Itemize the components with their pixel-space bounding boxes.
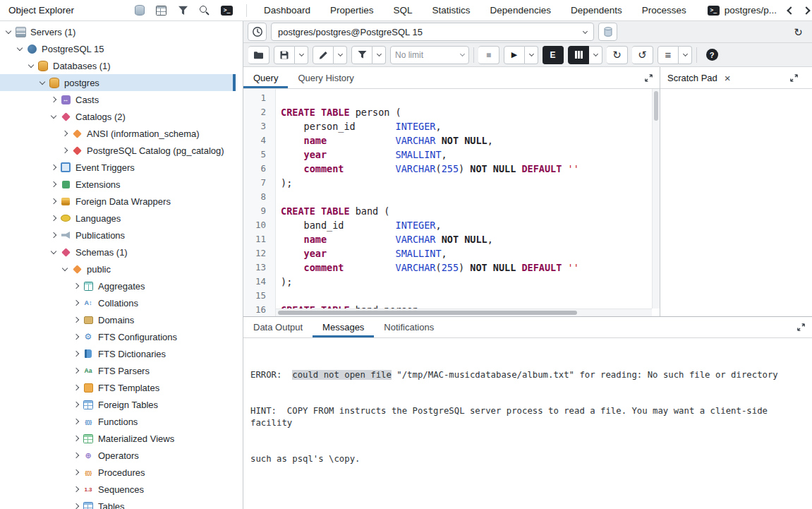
caret-icon[interactable] (59, 268, 70, 270)
tree-item-sequences[interactable]: Sequences (0, 481, 236, 498)
sql-editor[interactable]: 12345678910111213141516 CREATE TABLE per… (243, 89, 660, 316)
caret-icon[interactable] (48, 233, 59, 237)
caret-icon[interactable] (48, 216, 59, 220)
tree-item-postgresql-15[interactable]: PostgreSQL 15 (0, 40, 236, 57)
macros-button[interactable]: ≡ (658, 46, 679, 64)
caret-icon[interactable] (71, 419, 81, 424)
tree-item-publications[interactable]: Publications (0, 227, 236, 244)
code-area[interactable]: CREATE TABLE person ( person_id INTEGER,… (276, 89, 660, 316)
connection-select[interactable]: postgres/postgres@PostgreSQL 15 (271, 23, 594, 41)
tree-item-postgresql-catalog-pg-catalog[interactable]: PostgreSQL Catalog (pg_catalog) (0, 142, 236, 159)
caret-icon[interactable] (48, 97, 59, 102)
code-line[interactable] (281, 289, 660, 303)
code-line[interactable]: comment VARCHAR(255) NOT NULL DEFAULT '' (281, 162, 660, 176)
filter-button[interactable] (174, 2, 193, 19)
query-tool-tab[interactable]: >_ postgres/p... (696, 0, 784, 20)
save-button[interactable] (274, 46, 295, 64)
caret-icon[interactable] (37, 81, 47, 84)
search-button[interactable] (195, 2, 214, 19)
code-line[interactable]: band_id INTEGER, (281, 218, 660, 232)
tree-item-languages[interactable]: Languages (0, 210, 236, 227)
tree-item-catalogs-2[interactable]: Catalogs (2) (0, 108, 236, 125)
rollback-button[interactable]: ↺ (632, 46, 653, 64)
connection-status-button[interactable] (248, 23, 267, 41)
stop-button[interactable]: ■ (478, 46, 499, 64)
tab-query-history[interactable]: Query History (288, 67, 363, 88)
save-menu-button[interactable] (295, 46, 308, 64)
output-tab-data-output[interactable]: Data Output (243, 317, 313, 337)
explain-menu-button[interactable] (589, 46, 602, 64)
code-line[interactable]: CREATE TABLE band ( (281, 204, 660, 218)
tab-dependencies[interactable]: Dependencies (480, 0, 561, 20)
table-button[interactable] (152, 2, 171, 19)
caret-icon[interactable] (48, 115, 59, 118)
caret-icon[interactable] (71, 436, 81, 441)
code-line[interactable] (281, 190, 660, 204)
tree-item-ansi-information-schema[interactable]: ANSI (information_schema) (0, 125, 236, 142)
explain-button[interactable]: E (543, 46, 564, 64)
tree-item-materialized-views[interactable]: Materialized Views (0, 430, 236, 447)
caret-icon[interactable] (25, 64, 36, 67)
edit-menu-button[interactable] (334, 46, 347, 64)
macros-menu-button[interactable] (679, 46, 692, 64)
limit-select[interactable]: No limit (390, 46, 469, 64)
expand-editor-button[interactable] (644, 73, 653, 83)
code-line[interactable]: person_id INTEGER, (281, 119, 660, 133)
caret-icon[interactable] (59, 131, 70, 136)
database-button[interactable] (130, 2, 149, 19)
open-file-button[interactable] (248, 46, 269, 64)
caret-icon[interactable] (71, 284, 81, 288)
tree-item-collations[interactable]: Collations (0, 294, 236, 311)
filter-menu-button[interactable] (372, 46, 386, 64)
help-button[interactable]: ? (701, 46, 722, 64)
chevron-left-icon[interactable] (787, 6, 794, 14)
vertical-scrollbar[interactable] (652, 89, 660, 309)
caret-icon[interactable] (3, 30, 13, 33)
filter-button[interactable] (351, 46, 372, 64)
tab-sql[interactable]: SQL (384, 0, 423, 20)
tree-item-procedures[interactable]: Procedures (0, 464, 236, 481)
execute-button[interactable]: ▶ (504, 46, 525, 64)
explain-analyze-button[interactable] (568, 46, 589, 64)
code-line[interactable]: year SMALLINT, (281, 148, 660, 162)
tree-item-postgres[interactable]: postgres (0, 74, 236, 91)
tree-item-fts-configurations[interactable]: FTS Configurations (0, 328, 236, 345)
scrollbar-thumb[interactable] (278, 311, 577, 315)
tree-item-schemas-1[interactable]: Schemas (1) (0, 244, 236, 261)
caret-icon[interactable] (48, 182, 59, 186)
tree-item-tables[interactable]: Tables (0, 498, 236, 509)
caret-icon[interactable] (71, 470, 81, 474)
tree-item-foreign-data-wrappers[interactable]: Foreign Data Wrappers (0, 193, 236, 210)
tree-item-databases-1[interactable]: Databases (1) (0, 57, 236, 74)
tab-dashboard[interactable]: Dashboard (254, 0, 320, 20)
output-tab-notifications[interactable]: Notifications (374, 317, 444, 337)
caret-icon[interactable] (71, 504, 81, 508)
edit-button[interactable] (313, 46, 334, 64)
tab-properties[interactable]: Properties (320, 0, 384, 20)
caret-icon[interactable] (71, 335, 81, 339)
tree-item-aggregates[interactable]: Aggregates (0, 277, 236, 294)
tab-statistics[interactable]: Statistics (423, 0, 480, 20)
tree-item-public[interactable]: public (0, 261, 236, 277)
tab-query[interactable]: Query (243, 67, 288, 88)
tree-item-extensions[interactable]: Extensions (0, 176, 236, 193)
caret-icon[interactable] (71, 318, 81, 322)
caret-icon[interactable] (71, 487, 81, 491)
code-line[interactable]: year SMALLINT, (281, 246, 660, 261)
scrollbar-thumb[interactable] (654, 91, 658, 121)
code-line[interactable]: name VARCHAR NOT NULL, (281, 232, 660, 246)
chevron-right-icon[interactable] (802, 6, 810, 14)
new-connection-button[interactable] (598, 23, 617, 41)
caret-icon[interactable] (48, 165, 59, 169)
code-line[interactable]: comment VARCHAR(255) NOT NULL DEFAULT '' (281, 261, 660, 275)
commit-button[interactable]: ↻ (607, 46, 628, 64)
caret-icon[interactable] (71, 402, 81, 407)
horizontal-scrollbar[interactable] (276, 309, 652, 316)
tree-item-casts[interactable]: Casts (0, 91, 236, 108)
tree-item-domains[interactable]: Domains (0, 311, 236, 328)
expand-scratch-button[interactable] (789, 73, 799, 83)
tab-processes[interactable]: Processes (632, 0, 696, 20)
code-line[interactable]: name VARCHAR NOT NULL, (281, 133, 660, 148)
history-reset-button[interactable]: ↻ (789, 23, 808, 41)
caret-icon[interactable] (14, 47, 25, 50)
